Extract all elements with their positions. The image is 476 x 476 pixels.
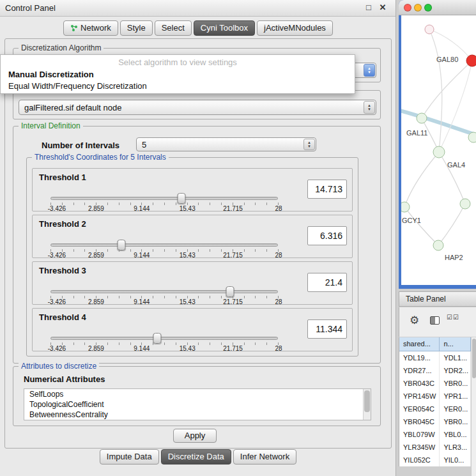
table-panel-toolbar: ⚙ ☑☑ xyxy=(399,307,476,337)
float-window-icon[interactable]: □ xyxy=(364,3,374,13)
combo-arrows-icon: ▲▼ xyxy=(303,139,315,150)
number-of-intervals-label: Number of Intervals xyxy=(42,141,119,150)
tab-jactivemnodules[interactable]: jActiveMNodules xyxy=(257,20,333,36)
table-row[interactable]: YDL19...YDL1... xyxy=(399,351,471,364)
tab-label: Cyni Toolbox xyxy=(201,23,248,33)
threshold-row: Threshold 3 -3.426 2.859 9.144 15.43 21.… xyxy=(32,261,353,305)
tab-label: Network xyxy=(81,23,111,33)
list-item[interactable]: SelfLoops xyxy=(24,389,371,399)
network-node[interactable] xyxy=(401,202,410,212)
threshold-slider[interactable] xyxy=(50,243,278,247)
table-row[interactable]: YBR045CYBR0... xyxy=(399,415,471,428)
gear-icon[interactable]: ⚙ xyxy=(410,314,419,327)
threshold-value-field[interactable]: 21.4 xyxy=(307,273,347,292)
slider-scale: -3.426 2.859 9.144 15.43 21.715 28 xyxy=(50,298,279,305)
table-row[interactable]: YBL079WYBL0... xyxy=(399,428,471,441)
threshold-slider[interactable] xyxy=(50,197,278,200)
control-panel-title: Control Panel xyxy=(5,3,56,13)
table-data-select[interactable]: galFiltered.sif default node ▲▼ xyxy=(19,100,376,115)
node-label: GAL4 xyxy=(447,161,465,169)
tab-label: Impute Data xyxy=(107,452,152,461)
table-row[interactable]: YIL052CYIL0... xyxy=(399,454,471,466)
popup-option-equal-width-frequency[interactable]: Equal Width/Frequency Discretization xyxy=(1,81,355,92)
list-item[interactable]: BetweennessCentrality xyxy=(24,410,371,420)
top-tab-bar: Network Style Select Cyni Toolbox jActiv… xyxy=(0,20,396,36)
table-row[interactable]: YBR043CYBR0... xyxy=(399,377,471,390)
threshold-label: Threshold 3 xyxy=(39,266,86,275)
close-traffic-light[interactable] xyxy=(404,4,411,12)
control-panel: Control Panel □ ✕ Network Style Select C… xyxy=(0,0,396,476)
tab-label: Select xyxy=(162,23,185,33)
tab-select[interactable]: Select xyxy=(155,20,192,36)
thresholds-group: Threshold's Coordinates for 5 Intervals … xyxy=(26,157,358,357)
table-row[interactable]: YLR345WYLR3... xyxy=(399,441,471,454)
threshold-row: Threshold 1 -3.426 2.859 9.144 15.43 21.… xyxy=(32,168,353,211)
column-header[interactable]: shared... xyxy=(399,337,440,351)
table-data-group: Table Data galFiltered.sif default node … xyxy=(13,90,381,119)
table-row[interactable]: YDR27...YDR2... xyxy=(399,364,471,377)
network-view-window: GAL80 GAL11 GAL4 GCY1 HAP2 xyxy=(399,0,476,289)
table-panel-titlebar: Table Panel xyxy=(399,291,476,307)
zoom-traffic-light[interactable] xyxy=(424,4,432,12)
combo-arrows-icon: ▲▼ xyxy=(364,64,375,77)
network-node[interactable] xyxy=(460,199,470,209)
list-scrollbar[interactable] xyxy=(363,389,371,420)
close-icon[interactable]: ✕ xyxy=(378,3,388,13)
number-of-intervals-value: 5 xyxy=(137,140,303,150)
table-row[interactable]: YER054CYER0... xyxy=(399,403,471,415)
table-data-value: galFiltered.sif default node xyxy=(19,103,363,112)
slider-scale: -3.426 2.859 9.144 15.43 21.715 28 xyxy=(50,252,279,259)
interval-definition-group: Interval Definition Number of Intervals … xyxy=(13,126,381,364)
list-item[interactable]: TopologicalCoefficient xyxy=(24,399,371,410)
threshold-value-field[interactable]: 11.344 xyxy=(307,319,347,339)
threshold-row: Threshold 4 -3.426 2.859 9.144 15.43 21.… xyxy=(32,308,353,351)
columns-icon[interactable] xyxy=(430,316,440,325)
table-panel-title: Table Panel xyxy=(406,295,446,303)
select-columns-icon[interactable]: ☑☑ xyxy=(447,314,459,321)
tab-impute-data[interactable]: Impute Data xyxy=(100,449,159,464)
threshold-label: Threshold 4 xyxy=(39,312,86,322)
tab-discretize-data[interactable]: Discretize Data xyxy=(161,449,231,464)
network-node[interactable] xyxy=(417,113,427,123)
popup-option-manual-discretization[interactable]: Manual Discretization xyxy=(1,69,355,81)
tab-style[interactable]: Style xyxy=(120,20,153,36)
tab-infer-network[interactable]: Infer Network xyxy=(233,449,296,464)
group-label: Attributes to discretize xyxy=(19,362,99,371)
threshold-value-field[interactable]: 6.316 xyxy=(307,226,347,245)
threshold-slider[interactable] xyxy=(50,337,278,340)
algorithm-dropdown-popup: Select algorithm to view settings Manual… xyxy=(0,54,355,94)
slider-scale: -3.426 2.859 9.144 15.43 21.715 28 xyxy=(50,205,279,212)
column-header[interactable]: n... xyxy=(440,337,471,351)
minimize-traffic-light[interactable] xyxy=(414,4,422,12)
number-of-intervals-select[interactable]: 5 ▲▼ xyxy=(136,137,316,151)
cyni-toolbox-panel: Discretization Algorithm ▲▼ Table Data g… xyxy=(4,38,392,449)
node-table: shared... n... YDL19...YDL1... YDR27...Y… xyxy=(399,337,471,466)
network-node[interactable] xyxy=(468,132,476,142)
threshold-label: Threshold 1 xyxy=(39,173,86,182)
threshold-slider[interactable] xyxy=(50,290,278,293)
tab-label: Infer Network xyxy=(240,452,289,461)
table-row[interactable]: YPR145WYPR1... xyxy=(399,390,471,403)
threshold-value-field[interactable]: 14.713 xyxy=(307,180,347,199)
table-header: shared... n... xyxy=(399,337,471,351)
network-node-selected[interactable] xyxy=(466,55,476,66)
bottom-tab-bar: Impute Data Discretize Data Infer Networ… xyxy=(0,449,396,464)
table-scrollbar[interactable] xyxy=(471,337,476,476)
tab-cyni-toolbox[interactable]: Cyni Toolbox xyxy=(194,20,255,36)
tab-label: jActiveMNodules xyxy=(264,23,326,33)
network-node[interactable] xyxy=(425,25,434,34)
network-view-titlebar xyxy=(399,0,476,15)
tab-label: Style xyxy=(127,23,146,33)
apply-button[interactable]: Apply xyxy=(173,429,217,443)
network-node[interactable] xyxy=(433,240,443,250)
group-label: Interval Definition xyxy=(19,121,83,130)
network-node[interactable] xyxy=(433,146,445,158)
network-canvas[interactable]: GAL80 GAL11 GAL4 GCY1 HAP2 xyxy=(401,15,476,285)
control-panel-titlebar: Control Panel □ ✕ xyxy=(0,0,395,17)
node-label: GAL11 xyxy=(406,129,427,137)
attributes-list: SelfLoops TopologicalCoefficient Between… xyxy=(24,388,371,420)
tab-network[interactable]: Network xyxy=(63,20,118,36)
combo-arrows-icon: ▲▼ xyxy=(364,101,375,114)
network-icon xyxy=(70,24,78,32)
popup-placeholder: Select algorithm to view settings xyxy=(1,56,355,69)
